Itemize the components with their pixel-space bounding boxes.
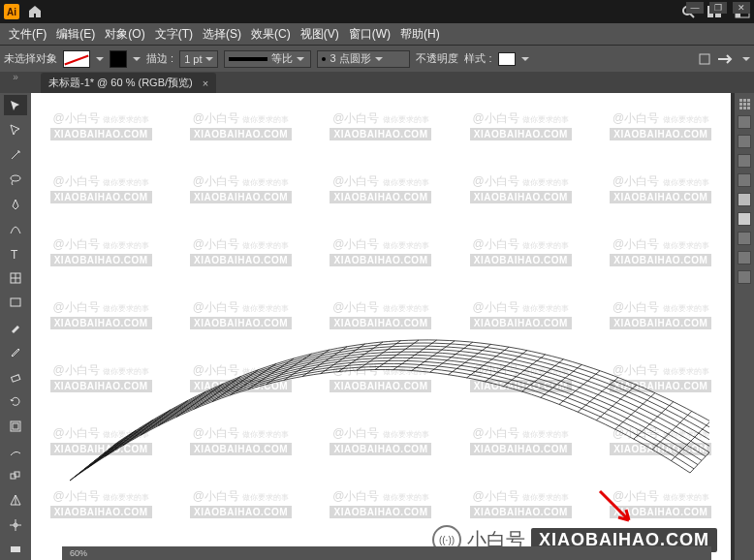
dot-icon xyxy=(322,57,326,61)
fill-dropdown-icon[interactable] xyxy=(96,57,104,61)
control-bar: 未选择对象 描边 : 1 pt 等比 3 点圆形 不透明度 样式 : xyxy=(0,45,754,72)
panel-icon[interactable] xyxy=(738,251,751,264)
tool-magic-wand[interactable] xyxy=(4,144,27,165)
tool-pencil[interactable] xyxy=(4,342,27,362)
tool-paintbrush[interactable] xyxy=(4,317,27,337)
selection-status-label: 未选择对象 xyxy=(4,51,57,66)
menu-bar: 文件(F) 编辑(E) 对象(O) 文字(T) 选择(S) 效果(C) 视图(V… xyxy=(0,23,754,45)
toolbox-header: » xyxy=(0,72,31,93)
panel-icon[interactable] xyxy=(738,212,751,226)
stroke-weight-input[interactable]: 1 pt xyxy=(179,50,218,68)
tool-free-transform[interactable] xyxy=(4,441,27,461)
svg-rect-6 xyxy=(700,54,709,64)
chevron-down-icon[interactable] xyxy=(742,57,750,61)
app-logo-icon: Ai xyxy=(4,4,19,19)
tool-gradient[interactable] xyxy=(4,539,27,559)
brush-value: 3 点圆形 xyxy=(330,51,370,66)
toolbox: T xyxy=(0,93,31,560)
tool-lasso[interactable] xyxy=(4,169,27,189)
canvas-area[interactable]: @小白号 做你要求的事@小白号 做你要求的事@小白号 做你要求的事@小白号 做你… xyxy=(31,93,754,560)
status-bar: 60% xyxy=(62,546,711,560)
tool-line-segment[interactable] xyxy=(4,267,27,288)
opacity-label[interactable]: 不透明度 xyxy=(416,51,458,66)
panel-icon[interactable] xyxy=(738,135,751,148)
tool-pen[interactable] xyxy=(4,194,27,214)
window-restore-button[interactable]: ❐ xyxy=(709,2,727,14)
tool-shape-builder[interactable] xyxy=(4,465,27,485)
app-titlebar: Ai xyxy=(0,0,754,23)
menu-view[interactable]: 视图(V) xyxy=(296,26,344,43)
panel-icon[interactable] xyxy=(738,115,751,129)
svg-text:T: T xyxy=(11,248,18,261)
stroke-weight-value: 1 pt xyxy=(184,53,202,65)
panel-icon[interactable] xyxy=(738,270,751,284)
document-tab[interactable]: 未标题-1* @ 60 % (RGB/预览) × xyxy=(41,73,216,93)
style-label: 样式 : xyxy=(464,51,491,66)
panel-dock[interactable] xyxy=(735,93,754,560)
fill-swatch[interactable] xyxy=(63,50,90,68)
window-minimize-button[interactable]: — xyxy=(686,2,704,14)
window-close-button[interactable]: ✕ xyxy=(733,2,750,14)
graphic-style-swatch[interactable] xyxy=(498,52,516,66)
tool-rectangle[interactable] xyxy=(4,293,27,313)
artboard[interactable]: @小白号 做你要求的事@小白号 做你要求的事@小白号 做你要求的事@小白号 做你… xyxy=(31,93,731,560)
tool-selection[interactable] xyxy=(4,95,27,115)
document-tabs: 未标题-1* @ 60 % (RGB/预览) × xyxy=(31,72,754,93)
chevron-down-icon xyxy=(205,57,213,61)
stroke-label: 描边 : xyxy=(146,51,173,66)
menu-type[interactable]: 文字(T) xyxy=(150,26,198,43)
chevron-down-icon xyxy=(297,57,304,61)
svg-rect-12 xyxy=(11,298,20,306)
tool-direct-selection[interactable] xyxy=(4,119,27,140)
stroke-preview-icon xyxy=(229,57,267,61)
stroke-profile-value: 等比 xyxy=(271,51,293,66)
menu-select[interactable]: 选择(S) xyxy=(198,26,246,43)
svg-point-7 xyxy=(11,175,20,181)
document-tab-title: 未标题-1* @ 60 % (RGB/预览) xyxy=(48,76,193,90)
menu-window[interactable]: 窗口(W) xyxy=(344,26,395,43)
menu-edit[interactable]: 编辑(E) xyxy=(51,26,100,43)
tool-perspective-grid[interactable] xyxy=(4,490,27,511)
annotation-arrow-icon xyxy=(595,486,634,525)
svg-rect-22 xyxy=(11,546,20,552)
home-icon[interactable] xyxy=(27,4,43,19)
svg-rect-13 xyxy=(12,375,20,382)
document-setup-icon[interactable] xyxy=(698,52,711,66)
menu-help[interactable]: 帮助(H) xyxy=(395,26,445,43)
close-tab-icon[interactable]: × xyxy=(203,78,208,89)
menu-file[interactable]: 文件(F) xyxy=(4,26,51,43)
stroke-swatch[interactable] xyxy=(110,50,127,68)
tool-type[interactable]: T xyxy=(4,243,27,264)
tool-width[interactable] xyxy=(4,416,27,436)
stroke-profile-select[interactable]: 等比 xyxy=(224,50,311,68)
tool-curvature[interactable] xyxy=(4,218,27,238)
preferences-icon[interactable] xyxy=(717,52,737,66)
zoom-level[interactable]: 60% xyxy=(70,548,87,558)
panel-icon[interactable] xyxy=(738,154,751,168)
stroke-dropdown-icon[interactable] xyxy=(133,57,141,61)
tool-mesh[interactable] xyxy=(4,514,27,535)
tool-rotate[interactable] xyxy=(4,391,27,412)
brush-select[interactable]: 3 点圆形 xyxy=(317,50,410,68)
panel-drag-icon xyxy=(739,99,750,109)
tool-eraser[interactable] xyxy=(4,366,27,387)
chevron-down-icon[interactable] xyxy=(521,57,529,61)
svg-rect-15 xyxy=(13,423,18,429)
menu-object[interactable]: 对象(O) xyxy=(100,26,149,43)
chevron-down-icon xyxy=(375,57,383,61)
artwork-arch-wireframe xyxy=(31,112,709,519)
panel-icon[interactable] xyxy=(738,193,751,206)
menu-effect[interactable]: 效果(C) xyxy=(246,26,296,43)
panel-icon[interactable] xyxy=(738,232,751,245)
panel-icon[interactable] xyxy=(738,173,751,187)
